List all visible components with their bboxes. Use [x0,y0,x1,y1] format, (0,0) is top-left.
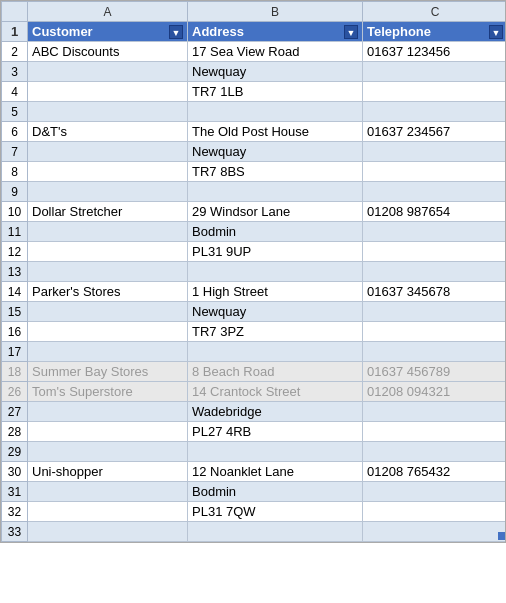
cell-customer[interactable] [28,482,188,502]
row-number: 5 [2,102,28,122]
cell-address[interactable] [188,102,363,122]
table-row: 14Parker's Stores1 High Street01637 3456… [2,282,507,302]
cell-customer[interactable] [28,162,188,182]
cell-customer[interactable] [28,502,188,522]
cell-address[interactable]: The Old Post House [188,122,363,142]
cell-customer[interactable] [28,242,188,262]
row-number: 27 [2,402,28,422]
cell-address[interactable]: PL31 9UP [188,242,363,262]
cell-telephone[interactable]: 01637 234567 [363,122,507,142]
cell-telephone[interactable] [363,62,507,82]
cell-customer[interactable] [28,142,188,162]
table-row: 30Uni-shopper12 Noanklet Lane01208 76543… [2,462,507,482]
cell-address[interactable]: Bodmin [188,482,363,502]
cell-telephone[interactable]: 01208 987654 [363,202,507,222]
row-number: 6 [2,122,28,142]
cell-customer[interactable] [28,302,188,322]
cell-telephone[interactable] [363,302,507,322]
cell-address[interactable] [188,342,363,362]
table-row: 5 [2,102,507,122]
cell-customer[interactable] [28,182,188,202]
cell-customer[interactable] [28,342,188,362]
header-telephone[interactable]: Telephone ▼ [363,22,507,42]
cell-customer[interactable]: Tom's Superstore [28,382,188,402]
scroll-corner [498,532,506,540]
cell-address[interactable]: Bodmin [188,222,363,242]
cell-address[interactable]: 17 Sea View Road [188,42,363,62]
cell-customer[interactable] [28,222,188,242]
cell-customer[interactable]: Uni-shopper [28,462,188,482]
cell-customer[interactable] [28,322,188,342]
table-row: 6D&T'sThe Old Post House01637 234567 [2,122,507,142]
cell-customer[interactable]: D&T's [28,122,188,142]
col-letter-c[interactable]: C [363,2,507,22]
cell-telephone[interactable] [363,522,507,542]
cell-address[interactable]: TR7 8BS [188,162,363,182]
cell-address[interactable]: Newquay [188,142,363,162]
cell-customer[interactable]: ABC Discounts [28,42,188,62]
cell-telephone[interactable] [363,82,507,102]
cell-address[interactable]: TR7 1LB [188,82,363,102]
cell-address[interactable] [188,442,363,462]
col-letter-a[interactable]: A [28,2,188,22]
cell-telephone[interactable]: 01637 345678 [363,282,507,302]
cell-telephone[interactable] [363,102,507,122]
cell-customer[interactable] [28,442,188,462]
cell-customer[interactable] [28,102,188,122]
cell-telephone[interactable] [363,222,507,242]
cell-customer[interactable] [28,262,188,282]
cell-telephone[interactable]: 01637 123456 [363,42,507,62]
cell-telephone[interactable] [363,182,507,202]
cell-address[interactable]: 14 Crantock Street [188,382,363,402]
cell-telephone[interactable] [363,442,507,462]
cell-address[interactable]: Newquay [188,302,363,322]
table-row: 3Newquay [2,62,507,82]
corner-cell [2,2,28,22]
cell-customer[interactable]: Parker's Stores [28,282,188,302]
cell-telephone[interactable]: 01637 456789 [363,362,507,382]
cell-telephone[interactable] [363,142,507,162]
header-customer[interactable]: Customer ▼ [28,22,188,42]
cell-telephone[interactable] [363,162,507,182]
cell-telephone[interactable] [363,322,507,342]
row-number: 15 [2,302,28,322]
cell-address[interactable]: TR7 3PZ [188,322,363,342]
cell-customer[interactable]: Summer Bay Stores [28,362,188,382]
cell-telephone[interactable] [363,262,507,282]
cell-address[interactable]: Wadebridge [188,402,363,422]
cell-customer[interactable]: Dollar Stretcher [28,202,188,222]
cell-address[interactable] [188,262,363,282]
cell-telephone[interactable] [363,422,507,442]
header-address[interactable]: Address ▼ [188,22,363,42]
telephone-filter-icon[interactable]: ▼ [489,25,503,39]
cell-customer[interactable] [28,82,188,102]
row-number: 13 [2,262,28,282]
cell-address[interactable] [188,522,363,542]
customer-filter-icon[interactable]: ▼ [169,25,183,39]
cell-customer[interactable] [28,422,188,442]
cell-telephone[interactable] [363,342,507,362]
table-row: 13 [2,262,507,282]
cell-telephone[interactable] [363,502,507,522]
cell-address[interactable]: 29 Windsor Lane [188,202,363,222]
cell-address[interactable]: 1 High Street [188,282,363,302]
row-number: 26 [2,382,28,402]
cell-telephone[interactable] [363,402,507,422]
cell-address[interactable] [188,182,363,202]
cell-customer[interactable] [28,522,188,542]
address-filter-icon[interactable]: ▼ [344,25,358,39]
cell-address[interactable]: Newquay [188,62,363,82]
cell-telephone[interactable] [363,482,507,502]
cell-address[interactable]: 8 Beach Road [188,362,363,382]
col-letter-b[interactable]: B [188,2,363,22]
cell-telephone[interactable] [363,242,507,262]
cell-address[interactable]: PL31 7QW [188,502,363,522]
table-row: 12PL31 9UP [2,242,507,262]
table-row: 11Bodmin [2,222,507,242]
cell-customer[interactable] [28,62,188,82]
cell-address[interactable]: 12 Noanklet Lane [188,462,363,482]
cell-telephone[interactable]: 01208 094321 [363,382,507,402]
cell-address[interactable]: PL27 4RB [188,422,363,442]
cell-customer[interactable] [28,402,188,422]
cell-telephone[interactable]: 01208 765432 [363,462,507,482]
